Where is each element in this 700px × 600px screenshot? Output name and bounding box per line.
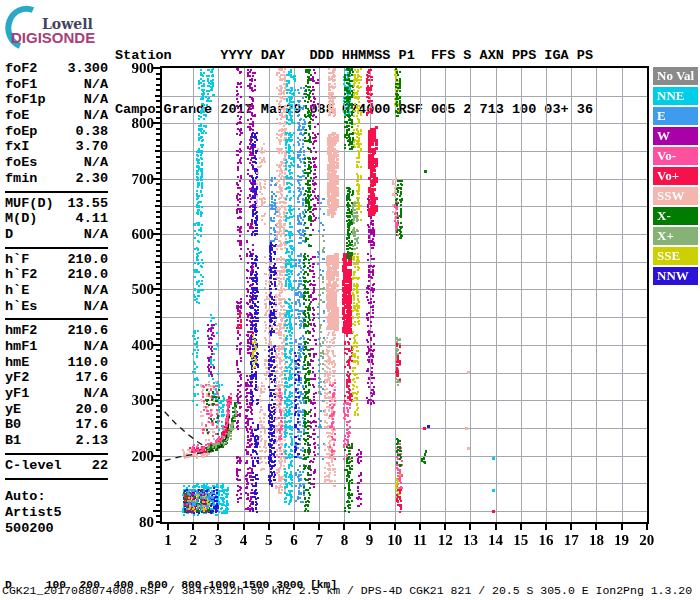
y-axis-label: 80 [110, 514, 154, 530]
param-row-yf2: yF217.6 [5, 370, 108, 386]
x-axis-label: 3 [203, 532, 233, 548]
x-axis-tick [167, 524, 169, 530]
param-row-fof1p: foF1pN/A [5, 92, 108, 108]
param-value: N/A [84, 92, 108, 108]
x-axis-tick [318, 524, 320, 530]
param-label: h`F [5, 252, 29, 268]
param-value: 0.38 [76, 124, 108, 140]
param-row-b1: B12.13 [5, 433, 108, 449]
param-value: 3.300 [67, 61, 108, 77]
y-axis-tick [153, 399, 160, 401]
param-label: foEp [5, 124, 37, 140]
param-value: 210.0 [67, 252, 108, 268]
param-value: 22 [92, 458, 108, 474]
autoscaling-info-line: 500200 [5, 521, 108, 537]
param-value: N/A [84, 77, 108, 93]
x-axis-tick [545, 524, 547, 530]
header-line-columns: Station YYYY DAY DDD HHMMSS P1 FFS S AXN… [115, 47, 593, 65]
x-axis-label: 12 [430, 532, 460, 548]
param-label: yF1 [5, 386, 29, 402]
x-axis-tick [293, 524, 295, 530]
param-separator [5, 478, 108, 480]
param-label: C-level [5, 458, 62, 474]
digisonde-ionogram-screen: { "logo": {"line1": "Lowell", "line2": "… [0, 0, 700, 600]
legend-item-sse: SSE [653, 247, 698, 265]
param-row-d: DN/A [5, 227, 108, 243]
parameter-panel: foF23.300foF1N/AfoF1pN/AfoEN/AfoEp0.38fx… [5, 61, 108, 537]
param-label: fmin [5, 171, 37, 187]
param-label: M(D) [5, 211, 37, 227]
param-label: foEs [5, 155, 37, 171]
param-row-hme: hmE110.0 [5, 355, 108, 371]
param-separator [5, 247, 108, 249]
x-axis-tick [217, 524, 219, 530]
param-label: fxI [5, 139, 29, 155]
param-row-fof1: foF1N/A [5, 77, 108, 93]
param-row-fmin: fmin2.30 [5, 171, 108, 187]
legend-item-vo-: Vo- [653, 147, 698, 165]
param-row-foep: foEp0.38 [5, 124, 108, 140]
x-axis-tick [243, 524, 245, 530]
x-axis-tick [394, 524, 396, 530]
logo-digisonde-text: DIGISONDE [11, 29, 95, 46]
x-axis-label: 7 [304, 532, 334, 548]
x-axis-tick [520, 524, 522, 530]
param-label: foF1p [5, 92, 46, 108]
param-value: 13.55 [67, 196, 108, 212]
param-row-foe: foEN/A [5, 108, 108, 124]
x-axis-tick [646, 524, 648, 530]
x-axis-tick [192, 524, 194, 530]
param-value: 2.13 [76, 433, 108, 449]
param-row-hf2: h`F2210.0 [5, 267, 108, 283]
x-axis-label: 9 [355, 532, 385, 548]
param-label: yE [5, 402, 21, 418]
x-axis-label: 8 [329, 532, 359, 548]
legend: No ValNNEEWVo-Vo+SSWX-X+SSENNW [653, 67, 698, 287]
param-row-mufd: MUF(D)13.55 [5, 196, 108, 212]
param-label: foF1 [5, 77, 37, 93]
x-axis-label: 6 [279, 532, 309, 548]
param-value: 17.6 [76, 417, 108, 433]
y-axis-tick [153, 344, 160, 346]
param-row-md: M(D)4.11 [5, 211, 108, 227]
param-row-yf1: yF1N/A [5, 386, 108, 402]
param-value: N/A [84, 108, 108, 124]
param-value: 210.0 [67, 267, 108, 283]
param-label: foF2 [5, 61, 37, 77]
param-label: yF2 [5, 370, 29, 386]
param-separator [5, 191, 108, 193]
y-axis-tick [153, 178, 160, 180]
param-row-foes: foEsN/A [5, 155, 108, 171]
x-axis-label: 11 [405, 532, 435, 548]
y-axis-label: 700 [110, 171, 154, 187]
param-value: N/A [84, 339, 108, 355]
param-row-hf: h`F210.0 [5, 252, 108, 268]
x-axis-label: 16 [531, 532, 561, 548]
param-row-hmf1: hmF1N/A [5, 339, 108, 355]
param-label: B0 [5, 417, 21, 433]
x-axis-tick [595, 524, 597, 530]
param-value: 2.30 [76, 171, 108, 187]
param-label: foE [5, 108, 29, 124]
param-separator [5, 318, 108, 320]
param-row-b0: B017.6 [5, 417, 108, 433]
x-axis-label: 18 [581, 532, 611, 548]
legend-item-noval: No Val [653, 67, 698, 85]
y-axis-tick [153, 233, 160, 235]
x-axis-tick [570, 524, 572, 530]
param-value: N/A [84, 227, 108, 243]
param-label: h`Es [5, 299, 37, 315]
param-value: 4.11 [76, 211, 108, 227]
x-axis-tick [444, 524, 446, 530]
x-axis-label: 13 [455, 532, 485, 548]
param-value: N/A [84, 155, 108, 171]
param-label: h`E [5, 283, 29, 299]
x-axis-tick [469, 524, 471, 530]
y-axis-tick [153, 288, 160, 290]
autoscaling-info-line: Auto: [5, 489, 108, 505]
param-value: 3.70 [76, 139, 108, 155]
x-axis-label: 2 [178, 532, 208, 548]
y-axis-tick [153, 510, 160, 512]
param-value: N/A [84, 283, 108, 299]
x-axis-tick [419, 524, 421, 530]
